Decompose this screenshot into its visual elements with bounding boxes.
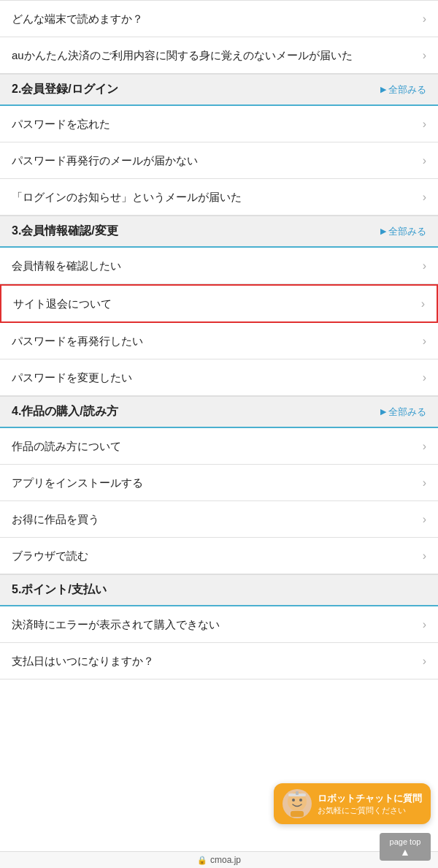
list-item-item-site-withdrawal[interactable]: サイト退会について› xyxy=(0,284,438,323)
list-item-item-reissue-pw[interactable]: パスワードを再発行したい› xyxy=(0,323,438,359)
section-header-section-3: 3.会員情報確認/変更▶全部みる xyxy=(0,216,438,248)
item-text-item-change-pw: パスワードを変更したい xyxy=(12,370,417,385)
robot-chat-subtitle: お気軽にご質問ください xyxy=(318,805,422,816)
chevron-icon: › xyxy=(423,335,426,348)
svg-point-2 xyxy=(299,799,302,802)
section-group-section-2: 2.会員登録/ログイン▶全部みるパスワードを忘れた›パスワード再発行のメールが届… xyxy=(0,74,438,216)
section-title-section-5: 5.ポイント/支払い xyxy=(12,582,107,598)
chevron-icon: › xyxy=(423,12,426,26)
item-text-item-site-withdrawal: サイト退会について xyxy=(13,296,415,311)
chevron-icon: › xyxy=(423,549,426,563)
list-item-item-how-to-read[interactable]: 作品の読み方について› xyxy=(0,428,438,465)
item-text-item-login-notice: 「ログインのお知らせ」というメールが届いた xyxy=(12,189,417,205)
item-text-item-how-to-read: 作品の読み方について xyxy=(12,438,417,454)
list-item-item-login-notice[interactable]: 「ログインのお知らせ」というメールが届いた› xyxy=(0,179,438,216)
see-all-section-3[interactable]: ▶全部みる xyxy=(380,225,426,238)
section-group-section-5: 5.ポイント/支払い決済時にエラーが表示されて購入できない›支払日はいつになりま… xyxy=(0,574,438,679)
section-group-section-4: 4.作品の購入/読み方▶全部みる作品の読み方について›アプリをインストールする›… xyxy=(0,396,438,574)
chevron-icon: › xyxy=(423,259,426,273)
section-header-section-5: 5.ポイント/支払い xyxy=(0,574,438,606)
robot-chat-title: ロボットチャットに質問 xyxy=(318,792,422,805)
list-item-item-member-confirm[interactable]: 会員情報を確認したい› xyxy=(0,248,438,284)
section-group-intro-items: どんな端末で読めますか？›auかんたん決済のご利用内容に関する身に覚えのないメー… xyxy=(0,0,438,74)
see-all-arrow-icon: ▶ xyxy=(380,226,386,236)
svg-point-1 xyxy=(292,799,295,802)
chevron-icon: › xyxy=(423,371,426,384)
section-title-section-3: 3.会員情報確認/変更 xyxy=(12,224,118,239)
item-text-item-au-mail: auかんたん決済のご利用内容に関する身に覚えのないメールが届いた xyxy=(12,47,417,63)
chevron-icon: › xyxy=(423,618,426,631)
item-text-item-payment-error: 決済時にエラーが表示されて購入できない xyxy=(12,617,417,632)
list-item-item-change-pw[interactable]: パスワードを変更したい› xyxy=(0,359,438,396)
section-title-section-2: 2.会員登録/ログイン xyxy=(12,82,118,97)
browser-bar: 🔒 cmoa.jp xyxy=(0,851,438,868)
chevron-icon: › xyxy=(423,655,426,668)
list-item-item-au-mail[interactable]: auかんたん決済のご利用内容に関する身に覚えのないメールが届いた› xyxy=(0,37,438,74)
list-item-item-payment-error[interactable]: 決済時にエラーが表示されて購入できない› xyxy=(0,606,438,643)
page-top-label: page top xyxy=(380,837,431,846)
svg-rect-3 xyxy=(291,811,304,817)
list-item-item-buy-cheap[interactable]: お得に作品を買う› xyxy=(0,501,438,538)
list-item-item-payment-date[interactable]: 支払日はいつになりますか？› xyxy=(0,643,438,679)
see-all-section-4[interactable]: ▶全部みる xyxy=(380,406,426,419)
see-all-label: 全部みる xyxy=(388,83,426,96)
page-top-button[interactable]: page top ▲ xyxy=(380,833,431,861)
chevron-icon: › xyxy=(423,440,426,453)
domain-label: cmoa.jp xyxy=(210,855,241,865)
list-item-item-browser-read[interactable]: ブラウザで読む› xyxy=(0,538,438,574)
chevron-icon: › xyxy=(421,297,425,311)
robot-chat-widget[interactable]: ロボットチャットに質問 お気軽にご質問ください xyxy=(274,783,431,824)
item-text-item-buy-cheap: お得に作品を買う xyxy=(12,511,417,527)
item-text-item-payment-date: 支払日はいつになりますか？ xyxy=(12,653,417,669)
item-text-item-install-app: アプリをインストールする xyxy=(12,475,417,490)
chevron-icon: › xyxy=(423,191,426,204)
chevron-icon: › xyxy=(423,118,426,131)
section-title-section-4: 4.作品の購入/読み方 xyxy=(12,404,118,419)
item-text-item-forgot-pw: パスワードを忘れた xyxy=(12,116,417,132)
chevron-icon: › xyxy=(423,513,426,526)
page-top-arrow: ▲ xyxy=(380,846,431,858)
see-all-label: 全部みる xyxy=(388,225,426,238)
svg-rect-5 xyxy=(296,791,299,795)
section-group-section-3: 3.会員情報確認/変更▶全部みる会員情報を確認したい›サイト退会について›パスワ… xyxy=(0,216,438,396)
chevron-icon: › xyxy=(423,49,426,62)
lock-icon: 🔒 xyxy=(197,856,207,865)
see-all-label: 全部みる xyxy=(388,406,426,419)
item-text-item-devices: どんな端末で読めますか？ xyxy=(12,11,417,26)
item-text-item-member-confirm: 会員情報を確認したい xyxy=(12,258,417,273)
list-item-item-pw-mail[interactable]: パスワード再発行のメールが届かない› xyxy=(0,142,438,179)
list-item-item-install-app[interactable]: アプリをインストールする› xyxy=(0,465,438,501)
robot-chat-text: ロボットチャットに質問 お気軽にご質問ください xyxy=(318,792,422,816)
see-all-arrow-icon: ▶ xyxy=(380,85,386,94)
section-header-section-4: 4.作品の購入/読み方▶全部みる xyxy=(0,396,438,428)
item-text-item-reissue-pw: パスワードを再発行したい xyxy=(12,333,417,349)
item-text-item-pw-mail: パスワード再発行のメールが届かない xyxy=(12,153,417,168)
item-text-item-browser-read: ブラウザで読む xyxy=(12,548,417,563)
chevron-icon: › xyxy=(423,476,426,490)
see-all-arrow-icon: ▶ xyxy=(380,407,386,416)
list-item-item-devices[interactable]: どんな端末で読めますか？› xyxy=(0,0,438,37)
chevron-icon: › xyxy=(423,154,426,167)
robot-avatar xyxy=(283,789,312,818)
see-all-section-2[interactable]: ▶全部みる xyxy=(380,83,426,96)
list-item-item-forgot-pw[interactable]: パスワードを忘れた› xyxy=(0,106,438,142)
section-header-section-2: 2.会員登録/ログイン▶全部みる xyxy=(0,74,438,106)
